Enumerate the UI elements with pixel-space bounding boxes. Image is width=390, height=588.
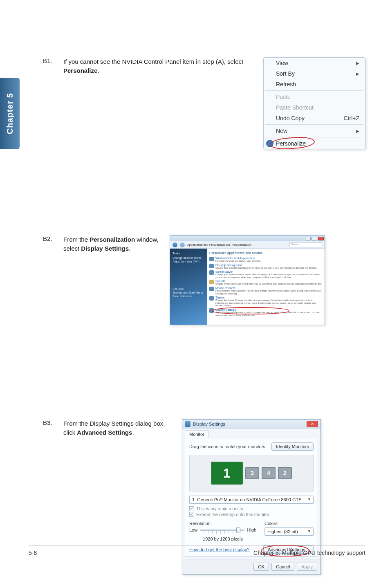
search-input[interactable]: Search bbox=[289, 242, 322, 247]
step-b2-number: B2. bbox=[43, 235, 63, 242]
pers-item-desc: Choose from available backgrounds or col… bbox=[215, 267, 322, 269]
pers-item-desc: Pick a different mouse pointer. You can … bbox=[215, 290, 322, 295]
step-b3-text: From the Display Settings dialog box, cl… bbox=[63, 419, 182, 437]
window-color-icon bbox=[209, 257, 214, 261]
sounds-icon bbox=[209, 280, 214, 284]
pers-item-title: Sounds bbox=[215, 280, 322, 283]
identify-monitors-button[interactable]: Identify Monitors bbox=[271, 442, 314, 451]
ctx-new[interactable]: New ▶ bbox=[264, 126, 365, 136]
pers-titlebar bbox=[170, 236, 325, 241]
step-b2-bold2: Display Settings bbox=[81, 245, 129, 252]
ok-button[interactable]: OK bbox=[253, 563, 269, 571]
ctx-sort-by[interactable]: Sort By ▶ bbox=[264, 68, 365, 79]
monitor-3[interactable]: 3 bbox=[245, 467, 259, 479]
monitor-arrangement-canvas[interactable]: 1 3 4 2 bbox=[189, 455, 314, 491]
task-adjust-font-size[interactable]: Adjust font size (DPI) bbox=[173, 260, 204, 263]
disp-titlebar: Display Settings ✕ bbox=[182, 420, 321, 429]
close-button[interactable]: ✕ bbox=[307, 421, 318, 427]
ctx-view-label: View bbox=[276, 60, 288, 66]
ctx-personalize-label: Personalize bbox=[276, 140, 306, 147]
slider-high-label: High bbox=[247, 527, 256, 532]
pers-item-title: Window Color and Appearance bbox=[215, 257, 322, 260]
step-b1-text: If you cannot see the NVIDIA Control Pan… bbox=[63, 57, 263, 75]
minimize-button[interactable] bbox=[305, 237, 311, 240]
step-b3-post: . bbox=[132, 429, 134, 436]
pers-item-desc: Change the theme. Themes can change a wi… bbox=[215, 299, 322, 307]
ctx-undo-copy-label: Undo Copy bbox=[276, 115, 305, 121]
ctx-paste-shortcut: Paste Shortcut bbox=[264, 102, 365, 113]
step-b1-pre: If you cannot see the NVIDIA Control Pan… bbox=[63, 58, 243, 65]
ctx-refresh[interactable]: Refresh bbox=[264, 79, 365, 90]
slider-thumb-icon[interactable] bbox=[236, 527, 240, 533]
ctx-undo-copy[interactable]: Undo Copy Ctrl+Z bbox=[264, 113, 365, 123]
checkbox-icon: ✓ bbox=[189, 512, 194, 517]
ctx-separator bbox=[265, 124, 363, 125]
slider-low-label: Low bbox=[189, 527, 197, 532]
task-change-desktop-icons[interactable]: Change desktop icons bbox=[173, 256, 204, 259]
pers-item-display-settings[interactable]: Display SettingsAdjust your monitor reso… bbox=[209, 308, 322, 316]
monitor-1[interactable]: 1 bbox=[211, 462, 243, 485]
pers-item-desc: Change which sounds are heard when you d… bbox=[215, 283, 322, 285]
pers-item-title: Mouse Pointers bbox=[215, 287, 322, 290]
nav-forward-icon[interactable] bbox=[180, 242, 185, 247]
desktop-context-menu: View ▶ Sort By ▶ Refresh Paste Paste Sho… bbox=[263, 57, 365, 149]
pers-item-title: Display Settings bbox=[215, 308, 322, 311]
pers-item-window-color[interactable]: Window Color and AppearanceFine tune the… bbox=[209, 257, 322, 263]
resolution-slider[interactable] bbox=[200, 530, 244, 531]
ctx-sortby-label: Sort By bbox=[276, 70, 295, 77]
ctx-paste: Paste bbox=[264, 92, 365, 102]
nav-back-icon[interactable] bbox=[173, 242, 177, 247]
display-settings-icon bbox=[209, 308, 214, 313]
personalization-window: Appearance and Personalization ▸ Persona… bbox=[170, 235, 325, 325]
see-also-heading: See also bbox=[173, 287, 204, 290]
ctx-paste-shortcut-label: Paste Shortcut bbox=[276, 104, 314, 111]
colors-label: Colors: bbox=[264, 521, 314, 526]
disp-title-text: Display Settings bbox=[193, 422, 225, 426]
step-b2-bold1: Personalization bbox=[90, 236, 135, 243]
see-also-taskbar[interactable]: Taskbar and Start Menu bbox=[173, 291, 204, 294]
pers-main-panel: Personalize appearance and sounds Window… bbox=[207, 249, 325, 325]
see-also-ease-of-access[interactable]: Ease of Access bbox=[173, 295, 204, 298]
chapter-side-tab: Chapter 5 bbox=[0, 78, 20, 149]
apply-button[interactable]: Apply bbox=[297, 563, 317, 571]
close-button[interactable] bbox=[318, 237, 324, 240]
monitor-4[interactable]: 4 bbox=[262, 467, 276, 479]
ctx-view[interactable]: View ▶ bbox=[264, 58, 365, 68]
step-b3-number: B3. bbox=[43, 419, 63, 426]
pers-item-sounds[interactable]: SoundsChange which sounds are heard when… bbox=[209, 280, 322, 285]
ctx-personalize[interactable]: Personalize bbox=[264, 138, 365, 149]
tab-monitor[interactable]: Monitor bbox=[185, 430, 209, 438]
maximize-button[interactable] bbox=[312, 237, 317, 240]
pers-item-desktop-bg[interactable]: Desktop BackgroundChoose from available … bbox=[209, 264, 322, 269]
step-b2-pre: From the bbox=[63, 236, 90, 243]
pers-item-screen-saver[interactable]: Screen SaverChange your screen saver or … bbox=[209, 270, 322, 278]
ctx-undo-copy-shortcut: Ctrl+Z bbox=[344, 115, 360, 121]
pers-item-title: Screen Saver bbox=[215, 270, 322, 273]
colors-dropdown[interactable]: Highest (32 bit) bbox=[264, 527, 314, 536]
breadcrumb[interactable]: Appearance and Personalization ▸ Persona… bbox=[187, 243, 287, 247]
page-number: 5-8 bbox=[29, 550, 37, 556]
step-b2-post: . bbox=[129, 245, 130, 252]
monitor-select-dropdown[interactable]: 1. Generic PnP Monitor on NVIDIA GeForce… bbox=[189, 496, 314, 504]
ctx-refresh-label: Refresh bbox=[276, 81, 296, 88]
pers-item-desc: Change your screen saver or adjust when … bbox=[215, 273, 322, 278]
ctx-paste-label: Paste bbox=[276, 94, 291, 100]
submenu-arrow-icon: ▶ bbox=[356, 72, 359, 76]
display-settings-title-icon bbox=[185, 421, 191, 427]
pers-item-desc: Adjust your monitor resolution, which ch… bbox=[215, 311, 322, 316]
step-b3-bold: Advanced Settings bbox=[77, 429, 132, 436]
pers-sidebar: Tasks Change desktop icons Adjust font s… bbox=[170, 249, 207, 325]
ctx-separator bbox=[265, 137, 363, 137]
pers-item-mouse-pointers[interactable]: Mouse PointersPick a different mouse poi… bbox=[209, 287, 322, 295]
pers-item-desc: Fine tune the color and style of your wi… bbox=[215, 260, 322, 263]
pers-item-theme[interactable]: ThemeChange the theme. Themes can change… bbox=[209, 296, 322, 307]
resolution-value: 1920 by 1200 pixels bbox=[189, 536, 256, 541]
mouse-pointers-icon bbox=[209, 287, 214, 291]
monitor-2[interactable]: 2 bbox=[278, 467, 292, 479]
resolution-label: Resolution: bbox=[189, 521, 256, 526]
ctx-separator bbox=[265, 90, 363, 91]
screen-saver-icon bbox=[209, 270, 214, 275]
cancel-button[interactable]: Cancel bbox=[271, 563, 294, 571]
submenu-arrow-icon: ▶ bbox=[356, 61, 359, 65]
pers-item-title: Theme bbox=[215, 296, 322, 299]
